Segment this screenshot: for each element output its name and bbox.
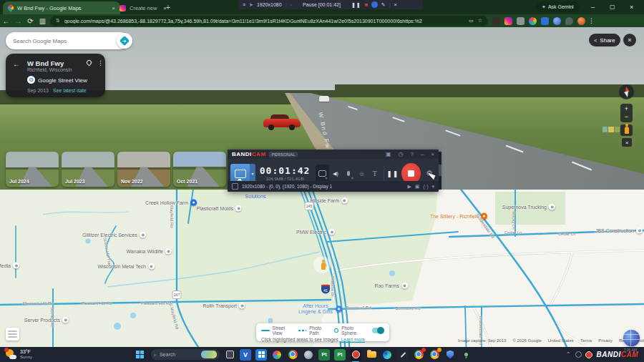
instagram-extension-icon[interactable] <box>504 17 512 25</box>
pencil-icon[interactable]: ✎ <box>381 2 386 8</box>
zoom-in-button[interactable]: + <box>625 105 628 113</box>
maximize-window-icon[interactable]: ▢ <box>610 4 615 10</box>
tray-chevron-icon[interactable]: ⌃ <box>566 351 571 358</box>
share-button[interactable]: < Share <box>589 34 620 47</box>
video-icon[interactable]: ▶ <box>407 184 411 190</box>
google-earth-icon[interactable] <box>303 349 314 361</box>
tray-icon[interactable] <box>575 351 582 358</box>
target-checkbox[interactable] <box>232 183 238 190</box>
layer-thumbnails-strip[interactable] <box>602 127 620 132</box>
zoom-out-button[interactable]: − <box>625 113 628 121</box>
sidebar-icon[interactable]: ▥ <box>36 17 49 25</box>
map-attribution-item[interactable]: United States <box>548 338 574 343</box>
streetview-date-thumbnail[interactable]: Nov 2022 <box>117 152 170 187</box>
forward-icon[interactable]: → <box>12 17 24 25</box>
tune-icon[interactable]: ⇅ <box>56 18 60 24</box>
close-icon[interactable]: × <box>431 151 434 157</box>
webcam-toggle[interactable]: × <box>316 165 328 183</box>
reload-icon[interactable]: ⟳ <box>24 17 36 25</box>
menu-icon[interactable]: ≡ <box>243 2 245 7</box>
broadcast-icon[interactable]: (·) <box>423 184 428 189</box>
pause-icon[interactable]: ❚❚ <box>351 2 361 8</box>
chrome-icon[interactable] <box>287 349 298 361</box>
zoom-control[interactable]: +− <box>620 104 633 122</box>
more-options-icon[interactable]: ⋮ <box>97 59 104 67</box>
browser-menu-icon[interactable]: ⋮ <box>585 17 597 24</box>
extension-icon-3[interactable] <box>529 17 537 25</box>
close-control[interactable]: × <box>622 138 632 147</box>
profile-avatar[interactable] <box>577 17 585 25</box>
microsoft-store-icon[interactable] <box>255 349 267 361</box>
tool-app-icon[interactable] <box>397 349 409 361</box>
chrome-profile-icon-2[interactable] <box>429 349 440 361</box>
pin-icon[interactable] <box>86 59 93 67</box>
camera-icon[interactable] <box>371 1 378 8</box>
camera-extension-icon[interactable] <box>541 17 549 25</box>
map-attribution-item[interactable]: Privacy <box>598 338 613 343</box>
weather-widget[interactable]: 33°F Sunny <box>6 349 32 360</box>
droplet-icon[interactable]: ◦ <box>290 2 291 7</box>
streetview-date-thumbnail[interactable]: Oct 2021 <box>173 152 226 187</box>
screen-recording-mode-button[interactable] <box>230 164 250 183</box>
security-shield-icon[interactable] <box>444 349 456 361</box>
extension-icon-1[interactable] <box>492 17 500 25</box>
sphere-extension-icon[interactable] <box>553 17 561 25</box>
capture-image-icon[interactable]: ▣ <box>386 151 391 157</box>
green-letter-app-icon-2[interactable]: Pt <box>334 349 346 361</box>
text-overlay-toggle[interactable]: T <box>369 165 381 183</box>
streetview-date-thumbnail[interactable]: Jul 2024 <box>6 152 59 187</box>
taskbar-search[interactable]: ⌕ Search <box>151 349 220 360</box>
speaker-toggle[interactable]: ◀) <box>329 165 342 183</box>
pin-icon[interactable]: ➤ <box>249 2 253 8</box>
minimize-icon[interactable]: – <box>421 151 424 157</box>
minimize-window-icon[interactable]: – <box>591 4 595 11</box>
plant-app-icon[interactable] <box>460 349 472 361</box>
address-bar[interactable]: ⇅ google.com/maps/@43.2686853,-88.182977… <box>50 16 488 26</box>
bookmark-star-icon[interactable]: ☆ <box>478 18 482 24</box>
bandicam-app-icon[interactable] <box>350 349 361 361</box>
chrome-profile-icon-1[interactable] <box>413 349 424 361</box>
microphone-toggle[interactable]: × <box>342 165 355 183</box>
edge-icon[interactable] <box>381 349 393 361</box>
compass-control[interactable] <box>619 84 634 99</box>
pegman-location-marker[interactable] <box>321 263 326 270</box>
ask-gemini-button[interactable]: ✦ Ask Gemini <box>537 1 579 12</box>
learn-more-link[interactable]: Learn more <box>341 337 365 342</box>
streetview-date-thumbnail[interactable]: Jul 2023 <box>62 152 114 187</box>
new-tab-button[interactable]: + <box>166 4 170 11</box>
start-button[interactable] <box>134 349 145 361</box>
mode-dropdown[interactable]: ▾ <box>250 164 255 183</box>
green-letter-app-icon-1[interactable]: Pt <box>318 349 330 361</box>
v-app-icon[interactable]: V <box>240 349 251 361</box>
cast-icon[interactable]: ▭ <box>469 18 474 24</box>
tab-google-maps[interactable]: W Bnd Fwy - Google Maps × <box>3 1 120 14</box>
map-attribution-item[interactable]: Terms <box>580 338 592 343</box>
tab-instagram[interactable]: Create new post • Instagram × <box>114 1 172 14</box>
pause-button[interactable]: ❚❚ <box>386 165 399 183</box>
stop-icon[interactable]: ■ <box>365 2 368 7</box>
back-icon[interactable]: ← <box>13 60 20 68</box>
pegman-control[interactable] <box>620 124 633 136</box>
help-icon[interactable]: ? <box>410 151 413 157</box>
see-latest-date-link[interactable]: See latest date <box>53 88 87 93</box>
coverage-toggle[interactable] <box>372 328 384 333</box>
chroma-key-toggle[interactable]: ◎ <box>355 165 368 183</box>
globe-view-button[interactable] <box>623 330 640 346</box>
task-view-button[interactable] <box>224 349 235 361</box>
collapse-icon[interactable]: ▾ <box>431 184 434 190</box>
close-window-icon[interactable]: × <box>630 4 633 11</box>
back-icon[interactable]: ← <box>0 17 12 25</box>
search-input[interactable]: Search Google Maps ⌕ <box>6 32 129 49</box>
directions-button[interactable]: ➜ <box>117 33 132 49</box>
extension-icon-2[interactable] <box>517 17 525 25</box>
extensions-puzzle-icon[interactable] <box>565 17 573 25</box>
file-explorer-icon[interactable] <box>366 349 377 361</box>
bandicam-side-slider[interactable] <box>439 152 441 190</box>
photos-app-icon[interactable] <box>271 349 283 361</box>
bandicam-titlebar[interactable]: BANDICAM PERSONAL ▣ ◷ ? – × <box>228 150 439 159</box>
page-url[interactable]: google.com/maps/@43.2686853,-88.1829772,… <box>64 19 422 24</box>
screenshot-icon[interactable]: ▣ <box>415 184 420 190</box>
close-streetview-button[interactable]: × <box>623 34 636 47</box>
close-icon[interactable]: × <box>394 2 397 7</box>
imagery-panel-toggle[interactable] <box>6 328 19 341</box>
